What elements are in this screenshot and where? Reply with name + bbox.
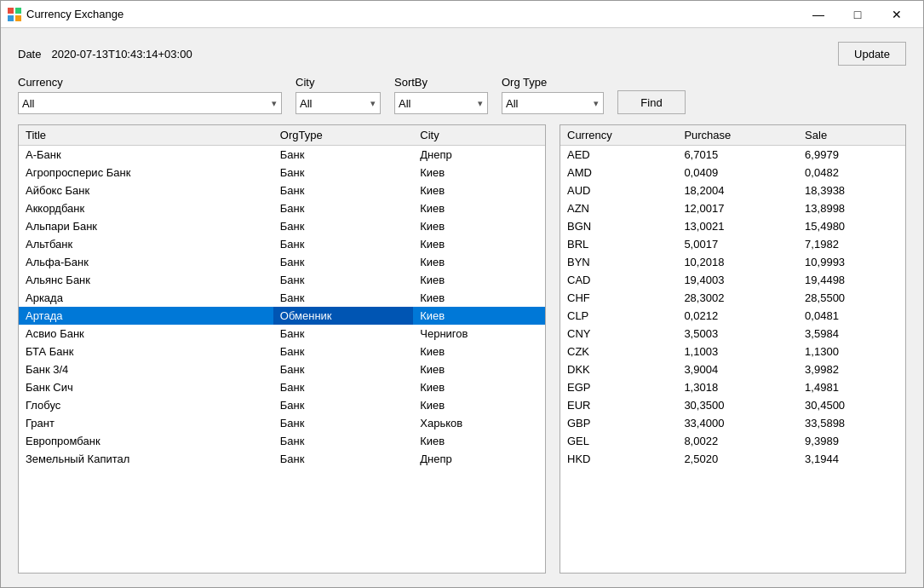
cell-purchase: 19,4003 <box>677 271 798 289</box>
table-row[interactable]: АккордбанкБанкКиев <box>19 199 545 217</box>
content-area: Date 2020-07-13T10:43:14+03:00 Update Cu… <box>1 28 923 587</box>
cell-orgtype: Банк <box>273 325 414 343</box>
table-row[interactable]: Асвио БанкБанкЧернигов <box>19 325 545 343</box>
cell-purchase: 10,2018 <box>677 253 798 271</box>
cell-city: Киев <box>413 360 545 378</box>
cell-currency: CHF <box>560 289 677 307</box>
table-row[interactable]: BGN13,002115,4980 <box>560 217 905 235</box>
update-button[interactable]: Update <box>838 42 906 66</box>
cell-currency: BYN <box>560 253 677 271</box>
cell-sale: 15,4980 <box>798 217 905 235</box>
table-row[interactable]: Агропросперис БанкБанкКиев <box>19 164 545 182</box>
cell-city: Киев <box>413 307 545 325</box>
window-title: Currency Exchange <box>26 8 799 20</box>
cell-title: Альфа-Банк <box>19 253 273 271</box>
cell-title: Банк 3/4 <box>19 360 273 378</box>
table-row[interactable]: АркадаБанкКиев <box>19 289 545 307</box>
cell-title: БТА Банк <box>19 343 273 360</box>
table-row[interactable]: GEL8,00229,3989 <box>560 432 905 450</box>
table-row[interactable]: BYN10,201810,9993 <box>560 253 905 271</box>
table-row[interactable]: CNY3,50033,5984 <box>560 325 905 343</box>
table-row[interactable]: ГлобусБанкКиев <box>19 396 545 414</box>
cell-title: Альянс Банк <box>19 271 273 289</box>
table-row[interactable]: EUR30,350030,4500 <box>560 396 905 414</box>
cell-title: Грант <box>19 414 273 432</box>
table-row[interactable]: ГрантБанкХарьков <box>19 414 545 432</box>
cell-currency: DKK <box>560 360 677 378</box>
svg-rect-2 <box>8 15 14 21</box>
table-row[interactable]: HKD2,50203,1944 <box>560 450 905 468</box>
cell-purchase: 1,3018 <box>677 378 798 396</box>
close-button[interactable]: ✕ <box>877 1 916 28</box>
cell-orgtype: Банк <box>273 289 414 307</box>
right-table-body: AED6,70156,9979AMD0,04090,0482AUD18,2004… <box>560 146 905 469</box>
cell-orgtype: Банк <box>273 360 414 378</box>
maximize-button[interactable]: □ <box>838 1 877 28</box>
table-row[interactable]: Альфа-БанкБанкКиев <box>19 253 545 271</box>
svg-rect-1 <box>15 8 21 14</box>
table-row[interactable]: CAD19,400319,4498 <box>560 271 905 289</box>
table-row[interactable]: CHF28,300228,5500 <box>560 289 905 307</box>
table-row[interactable]: BRL5,00177,1982 <box>560 235 905 253</box>
table-row[interactable]: Земельный КапиталБанкДнепр <box>19 450 545 468</box>
cell-city: Киев <box>413 432 545 450</box>
cell-city: Харьков <box>413 414 545 432</box>
table-row[interactable]: EGP1,30181,4981 <box>560 378 905 396</box>
date-row: Date 2020-07-13T10:43:14+03:00 <box>18 48 192 61</box>
table-row[interactable]: АртадаОбменникКиев <box>19 307 545 325</box>
table-row[interactable]: DKK3,90043,9982 <box>560 360 905 378</box>
cell-title: Аркада <box>19 289 273 307</box>
sortby-select-wrapper: All <box>394 92 488 114</box>
col-sale: Sale <box>798 125 905 146</box>
table-row[interactable]: Айбокс БанкБанкКиев <box>19 182 545 199</box>
main-window: Currency Exchange — □ ✕ Date 2020-07-13T… <box>0 0 924 588</box>
table-row[interactable]: А-БанкБанкДнепр <box>19 146 545 164</box>
orgtype-select[interactable]: All <box>502 92 604 114</box>
cell-sale: 3,5984 <box>798 325 905 343</box>
cell-purchase: 0,0212 <box>677 307 798 325</box>
cell-sale: 0,0482 <box>798 164 905 182</box>
cell-purchase: 0,0409 <box>677 164 798 182</box>
city-select[interactable]: All <box>296 92 381 114</box>
table-row[interactable]: БТА БанкБанкКиев <box>19 343 545 360</box>
table-row[interactable]: CLP0,02120,0481 <box>560 307 905 325</box>
table-row[interactable]: GBP33,400033,5898 <box>560 414 905 432</box>
svg-rect-0 <box>8 8 14 14</box>
left-table-scroll[interactable]: Title OrgType City А-БанкБанкДнепрАгропр… <box>19 125 545 573</box>
table-row[interactable]: AED6,70156,9979 <box>560 146 905 164</box>
cell-purchase: 8,0022 <box>677 432 798 450</box>
date-label: Date <box>18 48 41 61</box>
cell-sale: 13,8998 <box>798 199 905 217</box>
col-orgtype: OrgType <box>273 125 414 146</box>
cell-currency: AZN <box>560 199 677 217</box>
currency-filter-group: Currency All <box>18 76 282 114</box>
table-row[interactable]: АльтбанкБанкКиев <box>19 235 545 253</box>
cell-city: Киев <box>413 217 545 235</box>
table-row[interactable]: Альпари БанкБанкКиев <box>19 217 545 235</box>
minimize-button[interactable]: — <box>799 1 838 28</box>
find-button[interactable]: Find <box>617 90 686 114</box>
table-row[interactable]: Банк 3/4БанкКиев <box>19 360 545 378</box>
cell-currency: CLP <box>560 307 677 325</box>
cell-city: Киев <box>413 164 545 182</box>
cell-city: Киев <box>413 396 545 414</box>
right-table-scroll[interactable]: Currency Purchase Sale AED6,70156,9979AM… <box>560 125 905 573</box>
table-row[interactable]: AMD0,04090,0482 <box>560 164 905 182</box>
table-row[interactable]: Банк СичБанкКиев <box>19 378 545 396</box>
sortby-select[interactable]: All <box>394 92 488 114</box>
cell-orgtype: Банк <box>273 253 414 271</box>
svg-rect-3 <box>15 15 21 21</box>
cell-orgtype: Банк <box>273 146 414 164</box>
cell-sale: 0,0481 <box>798 307 905 325</box>
cell-orgtype: Банк <box>273 343 414 360</box>
table-row[interactable]: AUD18,200418,3938 <box>560 182 905 199</box>
cell-sale: 30,4500 <box>798 396 905 414</box>
table-row[interactable]: AZN12,001713,8998 <box>560 199 905 217</box>
cell-purchase: 33,4000 <box>677 414 798 432</box>
table-row[interactable]: CZK1,10031,1300 <box>560 343 905 360</box>
cell-sale: 3,9982 <box>798 360 905 378</box>
currency-select[interactable]: All <box>18 92 282 114</box>
table-row[interactable]: Альянс БанкБанкКиев <box>19 271 545 289</box>
cell-city: Киев <box>413 199 545 217</box>
table-row[interactable]: ЕвропромбанкБанкКиев <box>19 432 545 450</box>
